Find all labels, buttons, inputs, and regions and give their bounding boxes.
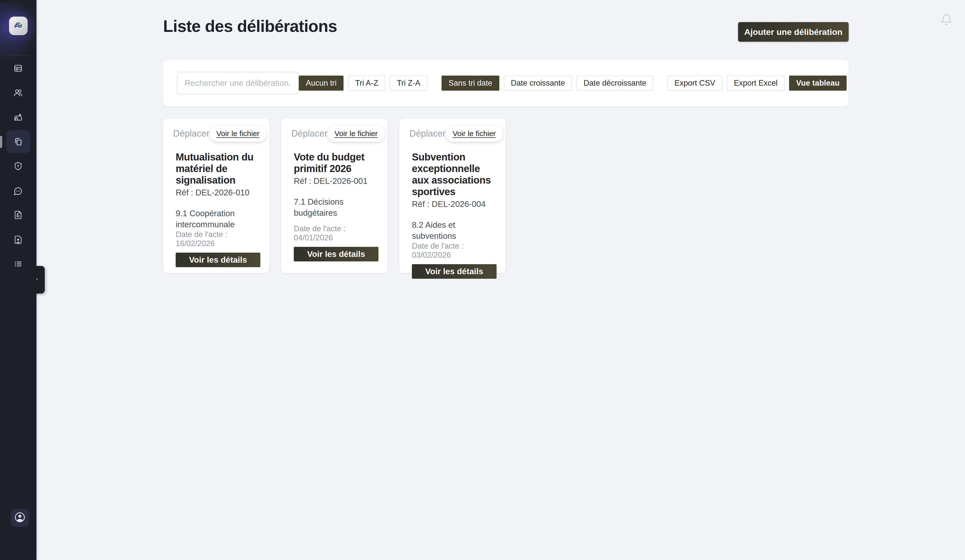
sort-az-button[interactable]: Tri A-Z bbox=[348, 75, 385, 91]
user-avatar[interactable] bbox=[11, 509, 29, 527]
page-title: Liste des délibérations bbox=[163, 16, 337, 36]
view-file-button[interactable]: Voir le fichier bbox=[209, 126, 267, 142]
sidebar-item-users[interactable] bbox=[13, 89, 23, 98]
table-view-button[interactable]: Vue tableau bbox=[789, 75, 847, 91]
view-details-button[interactable]: Voir les détails bbox=[176, 253, 260, 267]
add-deliberation-button[interactable]: Ajouter une délibération bbox=[738, 22, 849, 42]
card-reference: Réf : DEL-2026-001 bbox=[294, 176, 378, 186]
view-details-button[interactable]: Voir les détails bbox=[294, 247, 378, 261]
view-file-button[interactable]: Voir le fichier bbox=[446, 126, 503, 142]
sidebar-item-acts[interactable] bbox=[13, 211, 23, 220]
card-category: 7.1 Décisions budgétaires bbox=[294, 196, 378, 219]
card-category: 9.1 Coopération intercommunale bbox=[176, 208, 260, 230]
user-avatar-icon bbox=[14, 511, 26, 524]
date-descending-button[interactable]: Date décroissante bbox=[576, 75, 653, 91]
sidebar-item-security[interactable] bbox=[13, 162, 23, 171]
card-title: Vote du budget primitif 2026 bbox=[294, 151, 378, 174]
chat-icon bbox=[13, 186, 23, 197]
list-icon bbox=[13, 260, 23, 269]
wave-logo-icon bbox=[13, 21, 24, 31]
date-sort-group: Sans tri date Date croissante Date décro… bbox=[442, 75, 653, 91]
drag-handle[interactable]: Déplacer bbox=[172, 128, 209, 139]
sidebar-divider bbox=[6, 55, 30, 56]
sort-group: Aucun tri Tri A-Z Tri Z-A bbox=[299, 75, 427, 91]
deliberation-card: Déplacer Voir le fichier Vote du budget … bbox=[281, 119, 388, 273]
search-input[interactable] bbox=[177, 72, 299, 95]
card-date: Date de l'acte : 16/02/2026 bbox=[176, 230, 260, 248]
export-group: Export CSV Export Excel Vue tableau bbox=[667, 75, 847, 91]
card-date: Date de l'acte : 04/01/2026 bbox=[294, 224, 378, 242]
shield-icon bbox=[13, 162, 23, 171]
card-title: Mutualisation du matériel de signalisati… bbox=[176, 151, 260, 186]
card-title: Subvention exceptionnelle aux associatio… bbox=[412, 151, 497, 198]
sidebar-item-list[interactable] bbox=[13, 260, 23, 269]
notifications-button[interactable] bbox=[940, 13, 952, 26]
card-date: Date de l'acte : 03/02/2026 bbox=[412, 242, 497, 260]
date-sort-none-button[interactable]: Sans tri date bbox=[442, 75, 499, 91]
filter-toolbar: Aucun tri Tri A-Z Tri Z-A Sans tri date … bbox=[163, 60, 849, 106]
deliberation-card: Déplacer Voir le fichier Subvention exce… bbox=[399, 119, 505, 273]
filter-buttons: Aucun tri Tri A-Z Tri Z-A Sans tri date … bbox=[299, 75, 847, 91]
drag-handle[interactable]: Déplacer bbox=[290, 128, 327, 139]
sidebar-item-contacts[interactable] bbox=[13, 236, 23, 245]
deliberation-cards: Déplacer Voir le fichier Mutualisation d… bbox=[163, 119, 505, 273]
card-reference: Réf : DEL-2026-004 bbox=[412, 199, 497, 209]
sort-none-button[interactable]: Aucun tri bbox=[299, 75, 343, 91]
sidebar-item-mailbox[interactable] bbox=[13, 114, 23, 122]
drag-handle[interactable]: Déplacer bbox=[408, 128, 446, 139]
sort-za-button[interactable]: Tri Z-A bbox=[390, 75, 427, 91]
view-file-button[interactable]: Voir le fichier bbox=[327, 126, 385, 142]
table-icon bbox=[13, 64, 23, 74]
bell-icon bbox=[940, 22, 952, 26]
card-reference: Réf : DEL-2026-010 bbox=[176, 188, 260, 198]
file-certificate-icon bbox=[13, 211, 23, 220]
deliberation-card: Déplacer Voir le fichier Mutualisation d… bbox=[163, 119, 270, 273]
export-excel-button[interactable]: Export Excel bbox=[727, 75, 785, 91]
edge-drag-handle[interactable] bbox=[0, 136, 2, 148]
sidebar bbox=[0, 0, 36, 560]
users-icon bbox=[13, 88, 23, 98]
view-details-button[interactable]: Voir les détails bbox=[412, 264, 497, 279]
documents-icon bbox=[13, 137, 23, 147]
file-contact-icon bbox=[13, 235, 23, 245]
mailbox-icon bbox=[13, 113, 23, 123]
date-ascending-button[interactable]: Date croissante bbox=[504, 75, 572, 91]
export-csv-button[interactable]: Export CSV bbox=[667, 75, 722, 91]
card-category: 8.2 Aides et subventions bbox=[412, 219, 497, 242]
sidebar-item-registry[interactable] bbox=[13, 64, 23, 73]
app-logo[interactable] bbox=[9, 16, 28, 35]
sidebar-item-messages[interactable] bbox=[13, 187, 23, 196]
sidebar-item-deliberations[interactable] bbox=[13, 137, 23, 146]
